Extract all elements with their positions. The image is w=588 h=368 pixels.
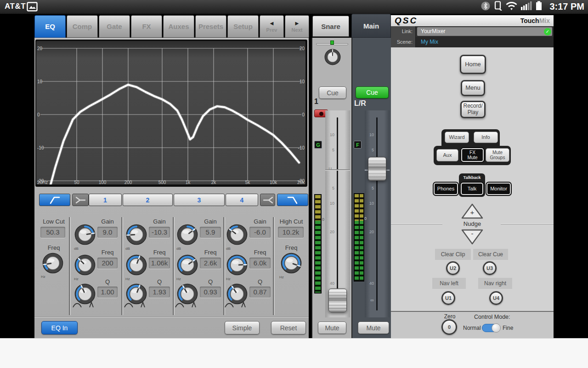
band2-q-label: Q — [149, 278, 170, 285]
monitor-button[interactable]: Monitor — [486, 183, 511, 195]
band3-q-value: 0.93 — [200, 287, 221, 298]
carrier-label: AT&T — [5, 2, 26, 11]
cue-button[interactable]: Cue — [319, 86, 346, 99]
band4-gain-value: -6.0 — [249, 227, 271, 238]
tab-eq[interactable]: EQ — [34, 15, 66, 38]
divider — [34, 316, 309, 317]
low-cut-value: 50.3 — [40, 227, 65, 238]
channel-number: 1 — [314, 98, 318, 106]
band-2-button[interactable]: 2 — [123, 194, 173, 206]
main-tab[interactable]: Main — [351, 14, 391, 38]
high-shelf-band-button[interactable] — [260, 194, 275, 206]
user-button-u4[interactable]: U4 — [489, 291, 503, 305]
info-button[interactable]: Info — [474, 132, 498, 143]
column-divider — [223, 217, 225, 315]
band-3-button[interactable]: 3 — [174, 194, 225, 206]
bluetooth-icon — [481, 1, 490, 12]
band3-gain-value: 5.9 — [200, 227, 221, 238]
scene-label: Scene: — [391, 37, 416, 47]
band4-gain-label: Gain — [249, 218, 271, 225]
talk-button[interactable]: Talk — [461, 183, 483, 195]
tab-fx[interactable]: FX — [131, 15, 162, 38]
tab-gate[interactable]: Gate — [99, 15, 130, 38]
phones-button[interactable]: Phones — [434, 183, 458, 195]
high-cut-label: High Cut — [275, 218, 307, 225]
band2-freq-knob[interactable] — [126, 254, 147, 276]
mute-groups-button[interactable]: MuteGroups — [486, 148, 509, 162]
user-button-u3[interactable]: U3 — [483, 261, 497, 275]
band4-freq-label: Freq — [249, 249, 271, 256]
record-play-button[interactable]: Record/Play — [460, 101, 486, 118]
link-value[interactable]: YourMixer — [417, 27, 552, 36]
band-4-button[interactable]: 4 — [226, 194, 258, 206]
band3-freq-label: Freq — [200, 249, 221, 256]
svg-text:10: 10 — [300, 79, 305, 84]
band1-gain-value: 9.0 — [97, 227, 118, 238]
eq-in-button[interactable]: EQ In — [41, 321, 78, 334]
pan-slider[interactable] — [316, 40, 348, 46]
eq-frequency-response-graph[interactable]: 2020101000-10-10-20-2020Hz501002005001k2… — [35, 40, 307, 187]
home-button[interactable]: Home — [460, 55, 486, 74]
svg-text:1k: 1k — [186, 180, 191, 184]
menu-button[interactable]: Menu — [461, 80, 485, 96]
column-divider — [69, 217, 71, 315]
next-channel-button[interactable]: ► Next — [285, 15, 309, 38]
aux-button[interactable]: Aux — [436, 149, 458, 161]
high-cut-freq-knob[interactable] — [281, 253, 302, 274]
wizard-button[interactable]: Wizard — [445, 132, 469, 143]
control-mode-toggle[interactable] — [482, 324, 500, 332]
column-divider — [121, 217, 123, 315]
svg-text:10: 10 — [37, 79, 43, 84]
reset-button[interactable]: Reset — [271, 321, 306, 334]
high-cut-freq-label: Freq — [275, 244, 307, 251]
band1-freq-knob[interactable] — [74, 254, 96, 276]
band1-gain-knob[interactable] — [74, 224, 96, 245]
fx-mute-button[interactable]: FXMute — [461, 148, 484, 162]
user-button-u2[interactable]: U2 — [446, 261, 460, 275]
scene-value[interactable]: My Mix — [421, 39, 438, 45]
low-shelf-icon — [75, 195, 86, 205]
simple-button[interactable]: Simple — [225, 321, 260, 334]
svg-text:50: 50 — [74, 180, 79, 184]
user-button-u1[interactable]: U1 — [441, 291, 455, 305]
tab-presets[interactable]: Presets — [195, 15, 226, 38]
channel-name-button[interactable]: Snare — [312, 16, 349, 37]
band1-freq-label: Freq — [97, 249, 118, 256]
band1-q-value: 1.00 — [97, 287, 118, 298]
band2-gain-knob[interactable] — [126, 224, 147, 245]
low-cut-freq-knob[interactable] — [42, 253, 63, 274]
nudge-up-button[interactable]: + — [461, 203, 484, 219]
band4-gain-knob[interactable] — [226, 224, 248, 245]
tab-setup[interactable]: Setup — [227, 15, 259, 38]
nudge-down-button[interactable]: - — [461, 229, 484, 245]
svg-text:0: 0 — [302, 112, 305, 117]
svg-text:10k: 10k — [270, 180, 277, 184]
channel-mute-button[interactable]: Mute — [318, 322, 346, 334]
band3-gain-knob[interactable] — [177, 224, 198, 245]
prev-channel-button[interactable]: ◄ Prev — [260, 15, 284, 38]
svg-text:0: 0 — [37, 112, 40, 117]
tab-auxes[interactable]: Auxes — [163, 15, 194, 38]
band-1-button[interactable]: 1 — [89, 194, 122, 206]
band3-freq-knob[interactable] — [177, 254, 198, 276]
zero-button[interactable]: 0 — [441, 319, 457, 335]
link-connected-check-icon: ✓ — [544, 28, 551, 35]
tab-comp[interactable]: Comp — [67, 15, 98, 38]
low-cut-band-button[interactable] — [39, 194, 70, 206]
main-cue-button[interactable]: Cue — [356, 86, 389, 98]
fader-lane: 10 5 U 5 10 20 40 — [325, 110, 350, 317]
band2-gain-value: -10.3 — [149, 227, 170, 238]
pan-knob[interactable] — [324, 49, 341, 65]
high-cut-band-button[interactable] — [277, 194, 308, 206]
main-mute-button[interactable]: Mute — [358, 322, 389, 334]
prev-arrow-icon: ◄ — [269, 20, 275, 27]
band4-freq-unit: Hz — [226, 277, 231, 281]
band4-freq-knob[interactable] — [226, 254, 248, 276]
unity-line — [325, 169, 350, 171]
channel-fader-handle[interactable] — [328, 288, 347, 312]
divider — [391, 224, 442, 224]
talkback-label: Talkback — [459, 175, 485, 180]
main-fader-handle[interactable] — [368, 157, 386, 181]
band2-freq-label: Freq — [149, 249, 170, 256]
low-shelf-band-button[interactable] — [72, 194, 89, 206]
